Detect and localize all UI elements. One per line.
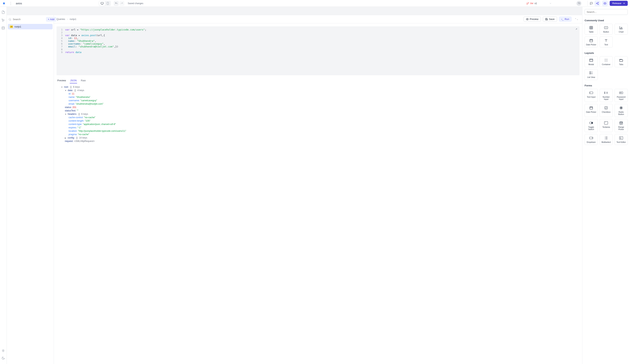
component-button[interactable]: OKButton: [600, 24, 613, 35]
component-container[interactable]: Container: [600, 56, 613, 67]
svg-point-25: [607, 61, 608, 61]
component-multiselect[interactable]: Multiselect: [600, 134, 613, 145]
component-text[interactable]: Text: [600, 36, 613, 47]
multiselect-icon: [604, 136, 608, 140]
breadcrumb-queries[interactable]: Queries: [56, 18, 65, 20]
component-checkbox[interactable]: Checkbox: [600, 104, 613, 117]
code-line[interactable]: 9return data: [58, 51, 577, 54]
components-panel: Commonly Used TableOKButtonChartDate Pic…: [582, 7, 630, 364]
version-selector[interactable]: Ver v1: [526, 2, 552, 5]
code-line[interactable]: 5 name: "Shubhendra",: [58, 39, 577, 42]
code-line[interactable]: 1var url = "https://jsonplaceholder.typi…: [58, 28, 577, 31]
expand-icon[interactable]: [575, 28, 578, 30]
run-button[interactable]: ›_ Run: [559, 16, 572, 22]
text-input-icon: [589, 91, 593, 95]
svg-text:OK: OK: [605, 27, 607, 28]
json-key: data:: [68, 89, 73, 92]
query-search-input[interactable]: [13, 18, 44, 21]
component-textarea[interactable]: TTextarea: [600, 119, 613, 132]
json-key: username:: [68, 99, 80, 102]
line-number: 4: [58, 37, 62, 39]
redo-button[interactable]: [120, 1, 124, 6]
comments-icon[interactable]: [588, 1, 593, 6]
json-config[interactable]: ▶ config: {} 14 keys: [57, 136, 579, 139]
triangle-down-icon[interactable]: ▼: [61, 86, 63, 88]
app-title: axios: [16, 2, 22, 5]
saved-status: Saved changes: [128, 2, 143, 5]
debug-icon[interactable]: [2, 349, 5, 353]
json-key: email:: [68, 103, 75, 105]
component-toggle-switch[interactable]: Toggle Switch: [584, 119, 598, 132]
run-label: Run: [565, 18, 569, 20]
component-table[interactable]: Table: [584, 24, 598, 35]
code-text: var data = axios.post(url,{: [65, 34, 105, 37]
query-item-runjs1[interactable]: JS runjs1: [8, 24, 52, 29]
undo-button[interactable]: [114, 1, 119, 6]
json-key: pragma:: [68, 133, 77, 136]
svg-point-7: [604, 3, 605, 4]
json-headers[interactable]: ▼ headers: {} 6 keys: [57, 112, 579, 116]
json-value: "no-cache": [84, 116, 95, 119]
release-button[interactable]: Release: [610, 1, 628, 6]
component-list-view[interactable]: List View: [584, 69, 598, 80]
svg-point-23: [605, 61, 605, 61]
code-line[interactable]: 6 username: "camelcaseguy",: [58, 42, 577, 45]
component-date-picker[interactable]: Date Picker: [584, 36, 598, 47]
code-line[interactable]: 4 id: 11,: [58, 37, 577, 39]
component-chart[interactable]: Chart: [614, 24, 628, 35]
code-line[interactable]: 8: [58, 48, 577, 51]
breadcrumb: Queries › runjs1: [56, 18, 76, 20]
inspector-icon[interactable]: [2, 18, 5, 22]
save-button[interactable]: Save: [543, 16, 557, 22]
json-root[interactable]: ▼ root: {} 6 keys: [57, 85, 579, 89]
radio-button-icon: [619, 106, 623, 110]
json-key: content-type:: [68, 123, 82, 125]
svg-point-4: [598, 2, 598, 3]
code-text: return data: [65, 51, 82, 54]
canvas-area[interactable]: [7, 7, 582, 15]
code-line[interactable]: 3var data = axios.post(url,{: [58, 34, 577, 37]
js-badge: JS: [10, 25, 13, 28]
component-text-input[interactable]: Text Input: [584, 89, 598, 102]
component-search-input[interactable]: [584, 9, 628, 15]
json-data[interactable]: ▼ data: {} 4 keys: [57, 89, 579, 92]
triangle-down-icon[interactable]: ▼: [65, 90, 67, 91]
component-label: Textarea: [602, 126, 610, 128]
page-icon[interactable]: [2, 10, 5, 14]
component-text-editor[interactable]: Text Editor: [614, 134, 628, 145]
viewport-desktop-button[interactable]: [99, 1, 105, 6]
component-password-input[interactable]: Password Input: [614, 89, 628, 102]
component-modal[interactable]: Modal: [584, 56, 598, 67]
code-editor[interactable]: 1var url = "https://jsonplaceholder.typi…: [56, 26, 580, 75]
preview-button[interactable]: Preview: [524, 16, 541, 22]
menu-dots-icon[interactable]: ⋮: [8, 1, 14, 5]
code-line[interactable]: 2: [58, 31, 577, 34]
triangle-right-icon[interactable]: ▶: [65, 137, 67, 139]
tab-json[interactable]: JSON: [70, 78, 77, 83]
collapse-icon[interactable]: ⌃⌄: [574, 18, 580, 20]
svg-point-22: [607, 60, 608, 60]
tab-preview[interactable]: Preview: [57, 78, 66, 83]
code-line[interactable]: 7 email: "shubhendra@tooljet.com",}): [58, 45, 577, 48]
viewport-mobile-button[interactable]: [105, 1, 110, 6]
date-picker-icon: [589, 38, 593, 42]
component-number-input[interactable]: Number Input: [600, 89, 613, 102]
component-radio-button[interactable]: Radio Button: [614, 104, 628, 117]
query-sidebar: + Add JS runjs1: [7, 15, 54, 364]
svg-rect-34: [590, 107, 592, 109]
avatar[interactable]: TD: [576, 1, 582, 6]
section-commonly-used: Commonly Used: [584, 19, 628, 22]
component-label: Text Editor: [616, 141, 626, 143]
component-date-picker[interactable]: Date Picker: [584, 104, 598, 117]
triangle-down-icon[interactable]: ▼: [65, 113, 67, 115]
share-button[interactable]: [594, 0, 600, 6]
component-dropdown[interactable]: Dropdown: [584, 134, 598, 145]
component-tabs[interactable]: Tabs: [614, 56, 628, 67]
component-range-picker[interactable]: Range Picker: [614, 119, 628, 132]
datasource-icon[interactable]: [2, 26, 5, 30]
preview-eye-button[interactable]: [602, 0, 608, 6]
line-number: 3: [58, 34, 62, 37]
svg-point-9: [3, 350, 4, 351]
tab-raw[interactable]: Raw: [80, 78, 86, 83]
theme-icon[interactable]: [2, 357, 5, 360]
